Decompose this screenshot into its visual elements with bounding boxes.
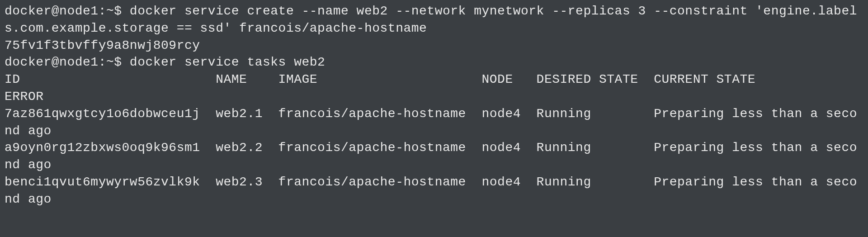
terminal-output[interactable]: docker@node1:~$ docker service create --… — [5, 3, 863, 208]
shell-prompt: docker@node1:~$ — [5, 4, 130, 18]
command-line-1: docker@node1:~$ docker service create --… — [5, 3, 863, 37]
command-line-2: docker@node1:~$ docker service tasks web… — [5, 54, 863, 71]
command-text: docker service tasks web2 — [130, 55, 326, 69]
service-id-output: 75fv1f3tbvffy9a8nwj809rcy — [5, 37, 863, 54]
command-text: docker service create --name web2 --netw… — [5, 4, 857, 35]
table-header: ID NAME IMAGE NODE DESIRED STATE CURRENT… — [5, 71, 863, 105]
table-row: 7az861qwxgtcy1o6dobwceu1j web2.1 francoi… — [5, 105, 863, 140]
table-row: a9oyn0rg12zbxws0oq9k96sm1 web2.2 francoi… — [5, 139, 863, 174]
table-row: benci1qvut6mywyrw56zvlk9k web2.3 francoi… — [5, 174, 863, 208]
shell-prompt: docker@node1:~$ — [5, 55, 130, 69]
